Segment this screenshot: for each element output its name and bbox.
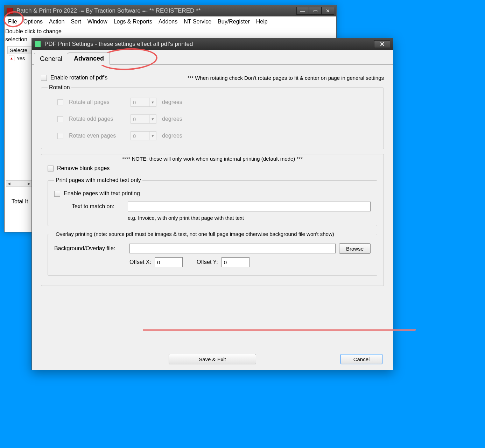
degrees-unit: degrees [162, 116, 182, 122]
enable-text-printing-label: Enable pages with text printing [64, 190, 140, 197]
minimize-button[interactable]: — [296, 7, 309, 15]
total-label: Total It [12, 198, 28, 205]
rotate-even-label: Rotate even pages [69, 133, 125, 139]
menu-addons[interactable]: Addons [159, 19, 177, 25]
offset-x-input[interactable] [155, 257, 183, 267]
dialog-icon [35, 41, 41, 47]
menu-window[interactable]: Window [87, 19, 107, 25]
remove-blank-checkbox[interactable] [48, 166, 54, 172]
offset-y-label: Offset Y: [197, 259, 218, 265]
main-title: Batch & Print Pro 2022 -= By Traction So… [16, 7, 201, 14]
pdf-print-settings-dialog: PDF Print Settings - these settings effe… [31, 38, 393, 370]
rotation-group: Rotation Rotate all pages 0 ▼ degrees Ro… [41, 84, 384, 149]
tabstrip: General Advanced [32, 52, 393, 65]
bg-file-input[interactable] [129, 244, 336, 253]
rotate-all-degrees[interactable]: 0 ▼ [131, 98, 156, 107]
offset-x-label: Offset X: [129, 259, 151, 265]
column-header-select[interactable]: Selecte [7, 46, 34, 54]
chevron-down-icon[interactable]: ▼ [149, 132, 156, 140]
close-button[interactable]: ✕ [322, 7, 334, 15]
text-match-example: e.g. Invoice, with only print that page … [128, 215, 371, 221]
tab-advanced[interactable]: Advanced [68, 52, 110, 65]
menu-sort[interactable]: Sort [71, 19, 81, 25]
rotate-odd-degrees[interactable]: 0 ▼ [131, 114, 156, 124]
remove-blank-label: Remove blank pages [57, 165, 110, 172]
annotation-underline [143, 328, 416, 331]
horizontal-scrollbar[interactable]: ◀ ▶ [6, 180, 32, 187]
degrees-unit: degrees [162, 99, 182, 105]
text-match-label: Text to match on: [72, 203, 124, 210]
browse-button[interactable]: Browse [339, 243, 371, 254]
enable-rotation-checkbox[interactable] [41, 75, 47, 81]
dialog-titlebar: PDF Print Settings - these settings effe… [32, 38, 393, 50]
matched-text-legend: Print pages with matched text only [54, 177, 142, 183]
app-icon [7, 8, 13, 14]
main-menu: File Options Action Sort Window Logs & R… [5, 16, 336, 27]
degrees-unit: degrees [162, 133, 182, 139]
internal-printing-group: **** NOTE: these will only work when usi… [41, 154, 384, 286]
rotate-even-degrees[interactable]: 0 ▼ [131, 131, 156, 140]
chevron-down-icon[interactable]: ▼ [149, 98, 156, 106]
pdf-icon: ▲ [9, 56, 14, 61]
menu-action[interactable]: Action [49, 19, 64, 25]
menu-ntservice[interactable]: NT Service [184, 19, 211, 25]
rotate-odd-checkbox[interactable] [57, 116, 63, 122]
scroll-right-icon[interactable]: ▶ [26, 182, 32, 186]
rotation-note: *** When rotating check Don't rotate pag… [187, 75, 384, 81]
internal-note: **** NOTE: these will only work when usi… [48, 156, 377, 162]
offset-y-input[interactable] [222, 257, 249, 267]
overlay-group: Overlay printing (note: source pdf must … [48, 231, 377, 276]
enable-rotation-label: Enable rotation of pdf's [50, 75, 107, 81]
scroll-left-icon[interactable]: ◀ [6, 182, 12, 186]
menu-logs[interactable]: Logs & Reports [114, 19, 152, 25]
menu-file[interactable]: File [8, 19, 17, 25]
menu-options[interactable]: Options [23, 19, 43, 25]
text-match-input[interactable] [128, 202, 371, 211]
main-titlebar: Batch & Print Pro 2022 -= By Traction So… [5, 5, 336, 16]
rotate-all-label: Rotate all pages [69, 99, 125, 105]
overlay-legend: Overlay printing (note: source pdf must … [54, 231, 336, 237]
list-item-text: Yes [16, 55, 25, 61]
save-exit-button[interactable]: Save & Exit [169, 354, 256, 364]
enable-text-printing-checkbox[interactable] [54, 191, 60, 197]
bg-file-label: Background/Overlay file: [54, 245, 126, 252]
dialog-close-button[interactable]: ✕ [374, 40, 390, 48]
status-line-1: Double click to change [5, 27, 336, 35]
rotate-all-checkbox[interactable] [57, 99, 63, 105]
menu-buyregister[interactable]: Buy/Register [218, 19, 250, 25]
rotate-even-checkbox[interactable] [57, 133, 63, 139]
cancel-button[interactable]: Cancel [340, 354, 382, 364]
tab-general[interactable]: General [34, 53, 68, 65]
rotation-legend: Rotation [48, 84, 71, 91]
chevron-down-icon[interactable]: ▼ [149, 115, 156, 123]
maximize-button[interactable]: ▭ [309, 7, 322, 15]
dialog-title: PDF Print Settings - these settings effe… [44, 41, 193, 48]
rotate-odd-label: Rotate odd pages [69, 116, 125, 122]
menu-help[interactable]: Help [256, 19, 268, 25]
matched-text-group: Print pages with matched text only Enabl… [48, 177, 377, 226]
